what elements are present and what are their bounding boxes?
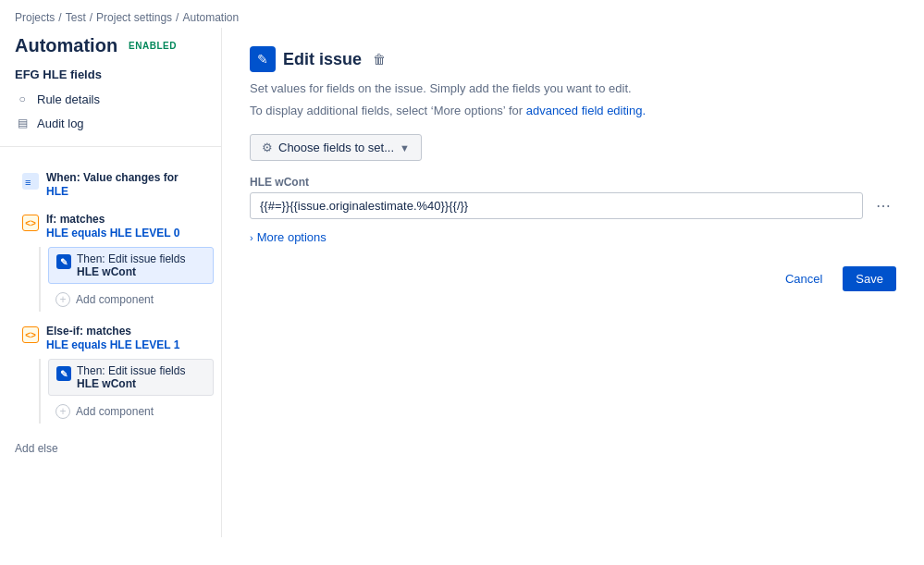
breadcrumb-project-settings[interactable]: Project settings — [96, 11, 172, 24]
save-button[interactable]: Save — [843, 266, 896, 291]
breadcrumb-automation[interactable]: Automation — [182, 11, 239, 24]
then-icon-1: ✎ — [56, 254, 71, 269]
panel-title: Edit issue — [283, 50, 362, 69]
add-else[interactable]: Add else — [0, 435, 221, 462]
panel-header: ✎ Edit issue 🗑 — [250, 46, 896, 72]
rule-name: EFG HLE fields — [0, 60, 221, 87]
then-sub-1: HLE wCont — [77, 265, 185, 278]
field-value-input[interactable] — [250, 192, 863, 219]
sidebar-item-rule-details[interactable]: ○ Rule details — [7, 87, 214, 111]
then-label-2: Then: Edit issue fields — [77, 364, 185, 377]
chevron-down-icon: ▼ — [400, 142, 410, 154]
when-label: When: Value changes for — [46, 171, 179, 184]
field-input-row: ⋯ — [250, 192, 896, 219]
add-component-circle-2: + — [55, 404, 70, 419]
sidebar-nav: ○ Rule details ▤ Audit log — [0, 87, 221, 135]
sidebar-item-audit-log[interactable]: ▤ Audit log — [7, 111, 214, 135]
page-title: Automation — [15, 35, 117, 56]
enabled-badge: ENABLED — [129, 41, 177, 51]
right-panel: ✎ Edit issue 🗑 Set values for fields on … — [222, 28, 924, 537]
else-if-sub: HLE equals HLE LEVEL 1 — [46, 338, 179, 351]
add-component-label-1: Add component — [76, 293, 154, 306]
choose-fields-label: Choose fields to set... — [278, 141, 394, 154]
panel-desc-text-2: To display additional fields, select ‘Mo… — [250, 104, 523, 117]
svg-text:≡: ≡ — [25, 177, 31, 187]
flow-container: ≡ When: Value changes for HLE <> If: mat… — [0, 158, 221, 435]
then-sub-2: HLE wCont — [77, 377, 185, 390]
then-item-1[interactable]: ✎ Then: Edit issue fields HLE wCont — [48, 247, 214, 284]
then-icon-2: ✎ — [56, 366, 71, 381]
edit-issue-icon: ✎ — [250, 46, 276, 72]
then-label-1: Then: Edit issue fields — [77, 252, 185, 265]
breadcrumb-projects[interactable]: Projects — [15, 11, 55, 24]
field-label: HLE wCont — [250, 176, 896, 189]
trash-icon[interactable]: 🗑 — [373, 52, 386, 67]
panel-desc-1: Set values for fields on the issue. Simp… — [250, 80, 896, 98]
chevron-right-icon: › — [250, 232, 253, 243]
flow-else-if: <> Else-if: matches HLE equals HLE LEVEL… — [15, 319, 214, 424]
more-options[interactable]: › More options — [250, 230, 896, 244]
if-label: If: matches — [46, 213, 179, 226]
add-component-circle-1: + — [55, 292, 70, 307]
flow-if: <> If: matches HLE equals HLE LEVEL 0 ✎ … — [15, 207, 214, 312]
when-icon: ≡ — [22, 173, 39, 190]
sidebar-item-label: Rule details — [37, 92, 100, 106]
doc-icon: ▤ — [15, 116, 30, 130]
flow-when: ≡ When: Value changes for HLE — [15, 166, 214, 203]
field-section: HLE wCont ⋯ — [250, 176, 896, 219]
action-buttons: Cancel Save — [250, 266, 896, 291]
breadcrumb-test[interactable]: Test — [66, 11, 86, 24]
sidebar-item-label: Audit log — [37, 117, 84, 130]
advanced-field-link[interactable]: advanced field editing. — [526, 104, 646, 117]
divider — [0, 146, 221, 147]
if-sub: HLE equals HLE LEVEL 0 — [46, 227, 179, 240]
else-if-icon: <> — [22, 326, 39, 343]
sidebar: Automation ENABLED EFG HLE fields ○ Rule… — [0, 28, 222, 537]
add-component-2[interactable]: + Add component — [48, 399, 214, 424]
choose-fields-button[interactable]: ⚙ Choose fields to set... ▼ — [250, 134, 422, 161]
when-sub: HLE — [46, 185, 179, 198]
if-icon: <> — [22, 215, 39, 231]
more-options-label: More options — [257, 230, 326, 244]
then-item-2[interactable]: ✎ Then: Edit issue fields HLE wCont — [48, 359, 214, 396]
else-if-label: Else-if: matches — [46, 325, 179, 338]
gear-icon: ⚙ — [262, 141, 273, 154]
then-block-1: ✎ Then: Edit issue fields HLE wCont + Ad… — [39, 247, 214, 312]
then-block-2: ✎ Then: Edit issue fields HLE wCont + Ad… — [39, 359, 214, 424]
cancel-button[interactable]: Cancel — [772, 266, 835, 291]
panel-desc-2: To display additional fields, select ‘Mo… — [250, 102, 896, 120]
breadcrumb: Projects / Test / Project settings / Aut… — [0, 0, 924, 28]
add-component-label-2: Add component — [76, 405, 154, 418]
clock-icon: ○ — [15, 92, 30, 106]
add-component-1[interactable]: + Add component — [48, 288, 214, 312]
ellipsis-button[interactable]: ⋯ — [870, 195, 896, 216]
